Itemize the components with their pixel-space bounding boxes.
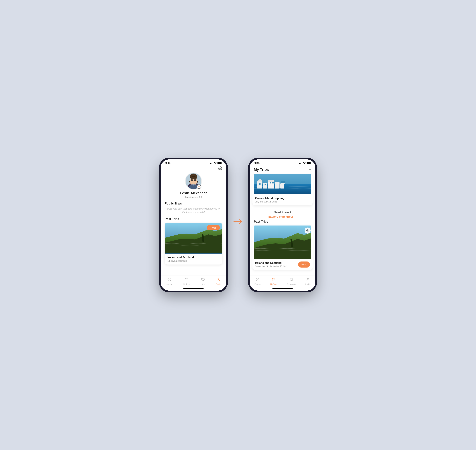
svg-rect-27 [268, 180, 274, 182]
svg-rect-33 [272, 182, 274, 184]
nav-item-profile-right[interactable]: Profile [303, 277, 313, 286]
nav-label-my-trips-right: My Trips [270, 283, 277, 285]
nav-label-profile-right: Profile [306, 283, 311, 285]
greece-image [253, 174, 313, 194]
bookmark-icon-right [289, 278, 293, 283]
explore-icon-left [167, 278, 171, 283]
nav-item-profile-left[interactable]: Profile [214, 277, 223, 286]
phone-profile: 9:41 [161, 160, 226, 290]
svg-rect-28 [275, 182, 280, 189]
scene: 9:41 [161, 160, 315, 290]
post-button-left[interactable]: Post [207, 225, 220, 230]
nav-label-inactive: Inactive [166, 283, 172, 285]
trips-page-title: My Trips [254, 167, 269, 172]
download-button[interactable] [305, 228, 311, 234]
svg-point-46 [307, 278, 309, 279]
bottom-nav-right: Explore My Trips Bookmarks [250, 275, 315, 287]
svg-point-0 [220, 168, 221, 169]
post-button-right[interactable]: Post [298, 261, 310, 267]
status-bar-left: 9:41 [161, 160, 226, 165]
svg-rect-23 [257, 181, 262, 182]
svg-rect-31 [264, 184, 266, 185]
trip-meta-left: 14 days, 2 members [167, 260, 219, 262]
bag-icon-left [185, 278, 188, 283]
status-time-right: 9:41 [254, 161, 259, 164]
settings-button[interactable] [218, 166, 222, 171]
nav-item-likes[interactable]: Likes [199, 277, 207, 286]
ideas-section: Need ideas? Explore more trips! → [250, 207, 315, 220]
ideas-title: Need ideas? [254, 211, 311, 214]
svg-rect-29 [280, 184, 284, 189]
trip-image-wrapper-left: Post [165, 223, 222, 254]
past-trip-card-right: Ireland and Scotland September 2 to Sept… [253, 225, 313, 270]
svg-point-16 [168, 278, 170, 281]
wifi-icon-right [303, 162, 306, 164]
svg-point-19 [218, 278, 219, 279]
explore-link[interactable]: Explore more trips! → [268, 215, 297, 218]
public-trips-description: Post your past trips and share your expe… [165, 207, 222, 214]
past-trips-section: Past Trips [250, 220, 315, 270]
upcoming-trip-body: Greece Island Hopping July 4 to July 12,… [253, 194, 313, 205]
nav-item-explore-right[interactable]: Explore [253, 277, 263, 286]
avatar-wrapper: ✏ [185, 173, 202, 189]
nav-label-bookmarks: Bookmarks [287, 283, 296, 285]
upcoming-trip-title: Greece Island Hopping [255, 197, 310, 200]
svg-rect-32 [270, 182, 271, 184]
upcoming-trip-dates: July 4 to July 12, 2022 [255, 201, 310, 203]
battery-icon-left [217, 162, 222, 164]
status-bar-right: 9:41 [250, 160, 315, 165]
svg-point-43 [256, 278, 259, 281]
svg-rect-25 [263, 183, 267, 189]
home-indicator-right [272, 288, 293, 289]
svg-rect-22 [257, 182, 262, 189]
trip-title-left: Ireland and Scotland [167, 256, 219, 259]
nav-item-inactive[interactable]: Inactive [164, 277, 175, 286]
phone-my-trips: 9:41 My Trip [250, 160, 315, 290]
explore-icon-right [256, 278, 259, 283]
home-indicator-left [183, 288, 204, 289]
cliffs-image-right [253, 225, 313, 259]
svg-marker-44 [257, 279, 258, 280]
svg-point-9 [191, 181, 193, 183]
past-trip-card-left: Post Ireland and Scotland 14 days, 2 mem… [165, 223, 222, 265]
status-icons-left [210, 162, 222, 164]
svg-marker-17 [169, 279, 170, 280]
past-trip-dates: September 2 to September 20, 2021 [255, 265, 288, 267]
public-trips-title: Public Trips [165, 202, 222, 205]
svg-rect-35 [281, 183, 285, 184]
my-trips-screen-content: My Trips + [250, 165, 315, 290]
nav-item-my-trips-left[interactable]: My Trips [181, 277, 192, 286]
past-trip-image-wrapper [253, 225, 313, 259]
nav-item-my-trips-right[interactable]: My Trips [268, 277, 279, 286]
profile-header-row [165, 165, 222, 173]
add-trip-button[interactable]: + [309, 167, 311, 172]
battery-icon-right [306, 162, 311, 164]
nav-label-likes: Likes [201, 283, 205, 285]
upcoming-trip-card: Greece Island Hopping July 4 to July 12,… [253, 174, 313, 205]
nav-label-explore-right: Explore [254, 283, 261, 285]
trips-header: My Trips + [250, 165, 315, 174]
past-trip-title: Ireland and Scotland [255, 261, 288, 265]
status-time-left: 9:41 [165, 161, 170, 164]
profile-location: Los Angeles, 26 [185, 196, 202, 198]
avatar-edit-button[interactable]: ✏ [197, 184, 201, 189]
profile-icon-left [217, 278, 220, 283]
wifi-icon-left [214, 162, 217, 164]
nav-label-profile-left: Profile [216, 283, 221, 285]
past-trip-info: Ireland and Scotland September 2 to Sept… [255, 261, 288, 267]
transition-arrow [233, 218, 243, 225]
profile-icon-right [306, 278, 310, 283]
nav-item-bookmarks[interactable]: Bookmarks [285, 277, 298, 286]
trip-card-body-left: Ireland and Scotland 14 days, 2 members [165, 254, 222, 265]
avatar-container: ✏ Leslie Alexander Los Angeles, 26 [165, 173, 222, 198]
svg-rect-6 [191, 179, 193, 181]
explore-link-text: Explore more trips! [268, 215, 293, 218]
svg-rect-7 [194, 179, 196, 181]
signal-icon-right [299, 162, 302, 164]
past-trips-title-right: Past Trips [253, 220, 313, 224]
past-trip-body: Ireland and Scotland September 2 to Sept… [253, 259, 313, 270]
profile-screen-content: ✏ Leslie Alexander Los Angeles, 26 Publi… [161, 165, 226, 290]
nav-label-my-trips-left: My Trips [183, 283, 190, 285]
svg-rect-30 [259, 183, 260, 185]
heart-icon-left [201, 278, 205, 283]
